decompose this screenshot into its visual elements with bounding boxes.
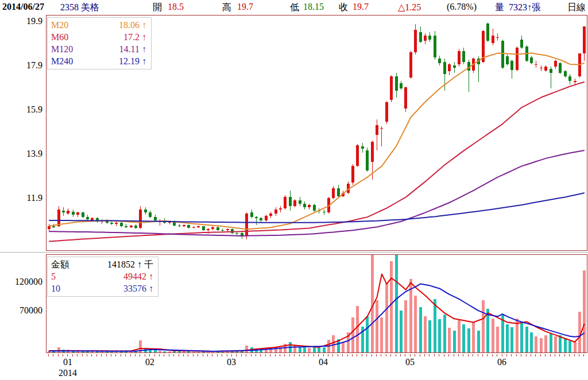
volume-legend-row-金額: 金額141852 ↑ 千 <box>51 258 153 270</box>
month-label-05: 05 <box>405 357 415 367</box>
high-value: 19.7 <box>237 2 253 12</box>
price-tick-label: 17.9 <box>0 60 42 71</box>
price-tick-label: 15.9 <box>0 104 42 115</box>
volume-value: 7323↑張 <box>509 2 541 14</box>
change-percent: (6.78%) <box>447 2 477 12</box>
legend-label: 10 <box>51 282 60 294</box>
legend-value: 14.11 ↑ <box>119 43 146 55</box>
price-tick-label: 11.9 <box>0 193 42 203</box>
close-label: 收 <box>339 2 348 14</box>
legend-row-m60: M6017.2 ↑ <box>51 31 146 43</box>
legend-value: 17.2 ↑ <box>123 31 146 43</box>
legend-label: 金額 <box>51 258 69 270</box>
legend-value: 49442 ↑ <box>123 270 153 282</box>
month-label-01: 01 <box>63 357 72 367</box>
legend-label: 5 <box>51 270 56 282</box>
low-label: 低 <box>290 2 299 14</box>
ma-line-M20 <box>49 53 585 230</box>
change-value: △1.25 <box>398 2 421 13</box>
price-ma-legend: M2018.06 ↑M6017.2 ↑M12014.11 ↑M24012.19 … <box>47 17 152 69</box>
price-tick-label: 13.9 <box>0 149 42 159</box>
legend-value: 18.06 ↑ <box>119 19 146 31</box>
month-label-02: 02 <box>145 357 154 367</box>
volume-legend-row-5: 549442 ↑ <box>51 270 153 282</box>
legend-row-m240: M24012.19 ↑ <box>51 55 146 67</box>
legend-value: 141852 ↑ 千 <box>107 258 153 270</box>
legend-row-m120: M12014.11 ↑ <box>51 43 146 55</box>
month-label-04: 04 <box>319 357 328 367</box>
header-symbol: 2358 美格 <box>60 2 99 14</box>
month-label-06: 06 <box>497 357 506 367</box>
volume-tick-label: 120000 <box>0 277 42 287</box>
volume-legend-row-10: 1033576 ↑ <box>51 282 153 294</box>
ma-line-M240 <box>49 193 585 223</box>
volume-legend: 金額141852 ↑ 千549442 ↑1033576 ↑ <box>47 257 158 297</box>
legend-label: M240 <box>51 55 73 67</box>
legend-label: M120 <box>51 43 73 55</box>
ma-line-M60 <box>49 82 585 242</box>
volume-label: 量 <box>495 2 504 14</box>
panel-divider <box>0 252 588 253</box>
legend-value: 33576 ↑ <box>123 282 153 294</box>
volume-tick-label: 70000 <box>0 305 42 316</box>
legend-label: M20 <box>51 19 68 31</box>
low-value: 18.15 <box>303 2 324 12</box>
period-label: 日線 <box>567 2 586 14</box>
legend-label: M60 <box>51 31 68 43</box>
year-label: 2014 <box>59 368 77 378</box>
legend-row-m20: M2018.06 ↑ <box>51 19 146 31</box>
header-date: 2014/06/27 <box>2 2 44 12</box>
close-value: 19.7 <box>353 2 369 12</box>
price-tick-label: 19.9 <box>0 16 42 26</box>
legend-value: 12.19 ↑ <box>119 55 146 67</box>
open-label: 開 <box>153 2 162 14</box>
high-label: 高 <box>222 2 231 14</box>
open-value: 18.5 <box>168 2 184 12</box>
month-label-03: 03 <box>227 357 236 367</box>
